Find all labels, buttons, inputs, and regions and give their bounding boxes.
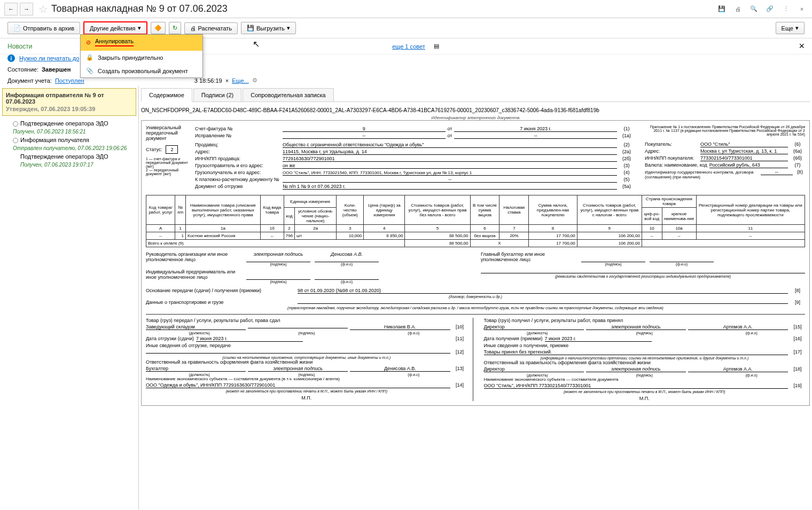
save-icon[interactable]: 💾 bbox=[716, 3, 728, 15]
info-icon: i bbox=[7, 54, 15, 62]
refresh-button[interactable]: ↻ bbox=[169, 22, 181, 34]
doc-id: ON_NSCHFDOPPR_2AL-E7ADDC60-D48C-489C-BBA… bbox=[141, 105, 810, 115]
lock-icon: 🔒 bbox=[86, 54, 93, 61]
tab-note[interactable]: Сопроводительная записка bbox=[243, 88, 333, 101]
news-close[interactable]: × bbox=[799, 41, 805, 52]
more-button[interactable]: Еще ▾ bbox=[776, 22, 805, 34]
forward-button[interactable]: → bbox=[20, 3, 33, 15]
search-icon[interactable]: 🔍 bbox=[748, 3, 760, 15]
tabs: Содержимое Подписи (2) Сопроводительная … bbox=[141, 88, 810, 102]
news-label: Новости bbox=[7, 43, 32, 50]
close-icon[interactable]: × bbox=[796, 3, 808, 15]
list-icon[interactable]: ▤ bbox=[434, 43, 439, 50]
tab-content[interactable]: Содержимое bbox=[141, 88, 192, 102]
sender-info-box[interactable]: Информация отправителя № 9 от 07.06.2023… bbox=[2, 88, 136, 116]
doc-link[interactable]: Поступлен bbox=[55, 77, 84, 84]
other-actions-menu: ⊘ Аннулировать ↖ 🔒 Закрыть принудительно… bbox=[80, 34, 203, 78]
tree-item-3[interactable]: Подтверждение оператора ЭДО bbox=[2, 151, 136, 162]
other-actions-button[interactable]: Другие действия ▾ bbox=[83, 21, 147, 35]
advice-link[interactable]: еще 1 совет bbox=[392, 43, 425, 50]
attach-icon: 📎 bbox=[86, 67, 93, 74]
tree-button[interactable]: 🔶 bbox=[151, 22, 166, 34]
items-table: Код товара/ работ, услуг № п/п Наименова… bbox=[146, 195, 805, 247]
cancel-icon: ⊘ bbox=[86, 39, 91, 46]
page-title: Товарная накладная № 9 от 07.06.2023 bbox=[51, 3, 228, 14]
title-bar: ← → ☆ Товарная накладная № 9 от 07.06.20… bbox=[0, 0, 812, 18]
more-icon[interactable]: ⋮ bbox=[780, 3, 792, 15]
link-icon[interactable]: 🔗 bbox=[764, 3, 776, 15]
action-toolbar: 📄 Отправить в архив Другие действия ▾ 🔶 … bbox=[0, 18, 812, 38]
star-icon[interactable]: ☆ bbox=[38, 3, 48, 15]
tree-item-2[interactable]: Информация получателя bbox=[2, 135, 136, 145]
document-body: Универсальный передаточный документ Стат… bbox=[141, 120, 810, 406]
back-button[interactable]: ← bbox=[4, 3, 18, 15]
tab-signatures[interactable]: Подписи (2) bbox=[193, 88, 241, 101]
gear-icon[interactable]: ⚙ bbox=[252, 77, 257, 84]
menu-force-close[interactable]: 🔒 Закрыть принудительно bbox=[81, 51, 202, 64]
upload-button[interactable]: 💾 Выгрузить ▾ bbox=[241, 22, 296, 34]
left-panel: Информация отправителя № 9 от 07.06.2023… bbox=[0, 86, 139, 510]
print-button[interactable]: 🖨 Распечатать bbox=[184, 22, 238, 34]
menu-create-doc[interactable]: 📎 Создать произвольный документ bbox=[81, 64, 202, 77]
send-archive-button[interactable]: 📄 Отправить в архив bbox=[7, 22, 80, 34]
news-link[interactable]: Нужно ли печатать до bbox=[19, 55, 79, 61]
print-icon[interactable]: 🖨 bbox=[732, 3, 744, 15]
content-panel: Содержимое Подписи (2) Сопроводительная … bbox=[139, 86, 812, 510]
menu-annul[interactable]: ⊘ Аннулировать ↖ bbox=[81, 35, 202, 51]
doc-more-link[interactable]: Еще... bbox=[232, 77, 249, 84]
tree-item-1[interactable]: Подтверждение оператора ЭДО bbox=[2, 118, 136, 129]
